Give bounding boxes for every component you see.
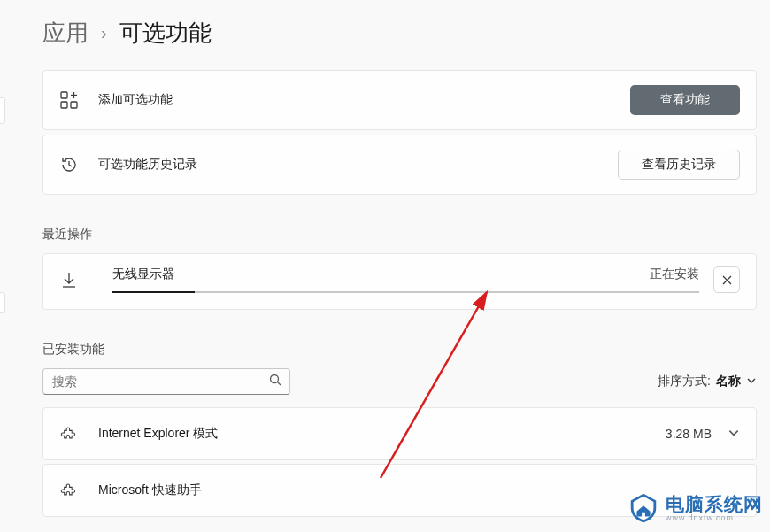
add-feature-card: 添加可选功能 查看功能 (42, 70, 757, 130)
installed-feature-row[interactable]: Internet Explorer 模式 3.28 MB (42, 407, 757, 460)
puzzle-icon (59, 424, 79, 443)
svg-rect-1 (61, 102, 67, 108)
search-input-wrap (42, 368, 290, 395)
sort-label-text: 排序方式: (658, 374, 711, 389)
operation-status: 正在安装 (650, 266, 699, 282)
breadcrumb-parent[interactable]: 应用 (42, 18, 89, 49)
history-icon (59, 155, 79, 174)
grid-add-icon (59, 90, 79, 110)
history-card: 可选功能历史记录 查看历史记录 (42, 135, 757, 195)
download-icon (59, 270, 79, 289)
left-stub-2 (0, 292, 5, 313)
history-label: 可选功能历史记录 (98, 157, 618, 173)
breadcrumb-current: 可选功能 (119, 18, 212, 49)
feature-name: Microsoft 快速助手 (98, 482, 712, 498)
breadcrumb: 应用 › 可选功能 (42, 18, 757, 49)
svg-rect-2 (71, 102, 77, 108)
svg-rect-0 (61, 92, 67, 98)
recent-operation-card: 无线显示器 正在安装 (42, 253, 757, 310)
feature-name: Internet Explorer 模式 (98, 426, 666, 442)
left-stub (0, 97, 5, 124)
chevron-right-icon: › (101, 23, 107, 43)
puzzle-icon (59, 481, 79, 500)
progress-bar (112, 291, 699, 293)
installed-section-title: 已安装功能 (42, 342, 757, 358)
progress-fill (112, 291, 195, 293)
cancel-install-button[interactable] (713, 266, 740, 293)
search-icon (269, 374, 281, 389)
svg-line-10 (278, 382, 281, 386)
feature-size: 3.28 MB (666, 427, 712, 441)
view-history-button[interactable]: 查看历史记录 (618, 150, 740, 180)
operation-name: 无线显示器 (112, 266, 174, 282)
sort-dropdown[interactable]: 排序方式: 名称 (658, 374, 757, 389)
chevron-down-icon (746, 374, 757, 389)
view-features-button[interactable]: 查看功能 (630, 85, 740, 115)
chevron-down-icon (728, 427, 740, 442)
svg-point-9 (271, 375, 279, 383)
recent-section-title: 最近操作 (42, 227, 757, 243)
search-input[interactable] (42, 368, 290, 395)
sort-value: 名称 (716, 374, 741, 389)
installed-feature-row[interactable]: Microsoft 快速助手 (42, 464, 757, 517)
add-feature-label: 添加可选功能 (98, 92, 630, 108)
